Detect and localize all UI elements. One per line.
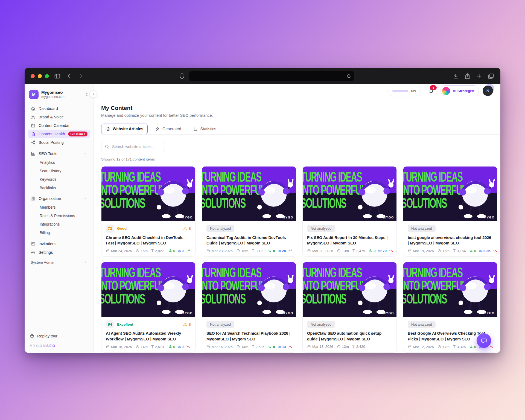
- sidebar-item-members[interactable]: Members: [33, 203, 90, 211]
- calendar-icon: [206, 345, 210, 349]
- clock-icon: [337, 345, 341, 349]
- downloads-icon[interactable]: [452, 73, 459, 80]
- tab-website-articles[interactable]: Website Articles: [101, 124, 148, 134]
- read-time: 16m: [438, 249, 450, 253]
- sidebar-item-system-admin[interactable]: System Admin: [28, 260, 90, 264]
- read-time: 13m: [337, 249, 349, 253]
- share-icon: [31, 140, 36, 145]
- eye-icon: [177, 249, 182, 253]
- browser-titlebar: [25, 68, 500, 84]
- sidebar-item-content-health[interactable]: Content Health178 issues: [28, 130, 90, 138]
- reload-icon[interactable]: [346, 73, 352, 79]
- words-icon: T: [252, 345, 254, 349]
- minimize-window-button[interactable]: [38, 74, 42, 78]
- sidebar-group-seo-tools[interactable]: SEO Tools: [28, 149, 90, 158]
- app-frame: M Mygomseo mygomseo.com DashboardBrand &…: [25, 84, 500, 353]
- trend-down-icon: [186, 345, 191, 349]
- content-card[interactable]: TURNING IDEASINTO POWERFULSOLUTIONS MYGO…: [101, 262, 196, 353]
- sidebar-item-dashboard[interactable]: Dashboard: [28, 104, 90, 113]
- new-tab-icon[interactable]: [476, 73, 483, 80]
- sidebar-item-invitations[interactable]: Invitations: [28, 240, 90, 248]
- thumbnail-watermark: MYGO: [484, 216, 495, 219]
- word-count: T3,326: [453, 345, 466, 349]
- topbar: 0/9 1 AI Strategist N: [94, 84, 500, 98]
- word-count: T3,154: [453, 249, 466, 253]
- search-input[interactable]: [101, 141, 165, 152]
- thumbnail-watermark: MYGO: [383, 216, 394, 219]
- main-area: 0/9 1 AI Strategist N My Content: [94, 84, 500, 353]
- ai-strategist-button[interactable]: AI Strategist: [441, 85, 479, 96]
- close-window-button[interactable]: [31, 74, 35, 78]
- clicks-icon: [268, 345, 272, 349]
- content-tabs: Website ArticlesGeneratedStatistics: [101, 124, 500, 135]
- thumbnail-watermark: MYGO: [182, 311, 193, 315]
- sidebar-item-analytics[interactable]: Analytics: [33, 158, 90, 167]
- gear-icon: [31, 250, 36, 255]
- chat-fab-button[interactable]: [477, 333, 491, 348]
- onboarding-progress[interactable]: 0/9: [387, 86, 421, 96]
- sidebar-collapse-button[interactable]: [89, 90, 97, 98]
- mascot-illustration: [254, 173, 296, 220]
- content-card[interactable]: TURNING IDEASINTO POWERFULSOLUTIONS MYGO…: [101, 166, 196, 257]
- sidebar-item-settings[interactable]: Settings: [28, 248, 90, 256]
- tab-overview-icon[interactable]: [488, 73, 494, 80]
- article-title: SEO for AI Search Technical Playbook 202…: [206, 331, 291, 342]
- clicks-count: 0: [469, 345, 476, 349]
- calendar-icon: [31, 123, 36, 128]
- trend-down-icon: [288, 345, 293, 349]
- chart-icon: [31, 151, 36, 156]
- progress-label: 0/9: [411, 89, 416, 93]
- sidebar-item-keywords[interactable]: Keywords: [33, 175, 90, 183]
- sidebar-item-billing[interactable]: Billing: [33, 228, 90, 237]
- share-icon[interactable]: [464, 73, 471, 80]
- article-thumbnail: TURNING IDEASINTO POWERFULSOLUTIONS MYGO: [303, 262, 396, 317]
- views-count: 2.2K: [479, 249, 491, 253]
- eye-icon: [378, 249, 382, 253]
- tab-statistics[interactable]: Statistics: [189, 124, 221, 134]
- chevron-down-icon: [83, 151, 88, 156]
- thumbnail-watermark: MYGO: [383, 311, 394, 315]
- content-card[interactable]: TURNING IDEASINTO POWERFULSOLUTIONS MYGO…: [302, 262, 397, 353]
- zoom-window-button[interactable]: [45, 74, 49, 78]
- content-card[interactable]: TURNING IDEASINTO POWERFULSOLUTIONS MYGO…: [202, 262, 296, 353]
- forward-button-icon[interactable]: [77, 73, 84, 80]
- clicks-count: 0: [168, 249, 175, 253]
- warnings-count: 8: [183, 226, 191, 231]
- calendar-icon: [106, 249, 110, 253]
- privacy-shield-icon[interactable]: [179, 73, 185, 80]
- sidebar-nav: DashboardBrand & VoiceContent CalendarCo…: [28, 104, 90, 256]
- thumbnail-watermark: MYGO: [282, 216, 293, 219]
- sidebar-item-content-calendar[interactable]: Content Calendar: [28, 121, 90, 130]
- content-card[interactable]: TURNING IDEASINTO POWERFULSOLUTIONS MYGO…: [302, 166, 397, 257]
- notifications-button[interactable]: 1: [428, 88, 434, 94]
- tab-generated[interactable]: Generated: [151, 124, 186, 134]
- eye-icon: [277, 249, 281, 253]
- clock-icon: [438, 249, 441, 253]
- sidebar-item-backlinks[interactable]: Backlinks: [33, 183, 90, 192]
- sidebar-item-integrations[interactable]: Integrations: [33, 220, 90, 228]
- workspace-switcher[interactable]: M Mygomseo mygomseo.com: [28, 90, 90, 99]
- sidebar-item-scan-history[interactable]: Scan History: [33, 167, 90, 175]
- views-count: 2: [177, 345, 184, 349]
- browser-window: M Mygomseo mygomseo.com DashboardBrand &…: [25, 68, 500, 353]
- content-area: My Content Manage and optimize your cont…: [94, 98, 500, 353]
- sidebar-item-brand-voice[interactable]: Brand & Voice: [28, 113, 90, 121]
- clicks-count: 0: [369, 249, 375, 253]
- workspace-select-icon: [84, 92, 89, 97]
- user-avatar[interactable]: N: [483, 86, 493, 96]
- content-grid: TURNING IDEASINTO POWERFULSOLUTIONS MYGO…: [101, 166, 500, 353]
- sidebar-group-organization[interactable]: Organization: [28, 194, 90, 203]
- replay-tour-button[interactable]: Replay tour: [30, 334, 89, 339]
- address-bar[interactable]: [189, 71, 354, 81]
- words-icon: T: [453, 345, 456, 349]
- seo-score-label: Excellent: [117, 322, 133, 326]
- sidebar-item-social-posting[interactable]: Social Posting: [28, 138, 90, 147]
- content-card[interactable]: TURNING IDEASINTO POWERFULSOLUTIONS MYGO…: [202, 166, 296, 257]
- sidebar-toggle-icon[interactable]: [54, 73, 61, 80]
- back-button-icon[interactable]: [66, 73, 72, 80]
- workspace-name: Mygomseo: [41, 90, 65, 95]
- sidebar-item-roles-permissions[interactable]: Roles & Permissions: [33, 211, 90, 220]
- words-icon: T: [352, 345, 355, 349]
- content-card[interactable]: TURNING IDEASINTO POWERFULSOLUTIONS MYGO…: [403, 166, 497, 257]
- mascot-illustration: [154, 269, 195, 315]
